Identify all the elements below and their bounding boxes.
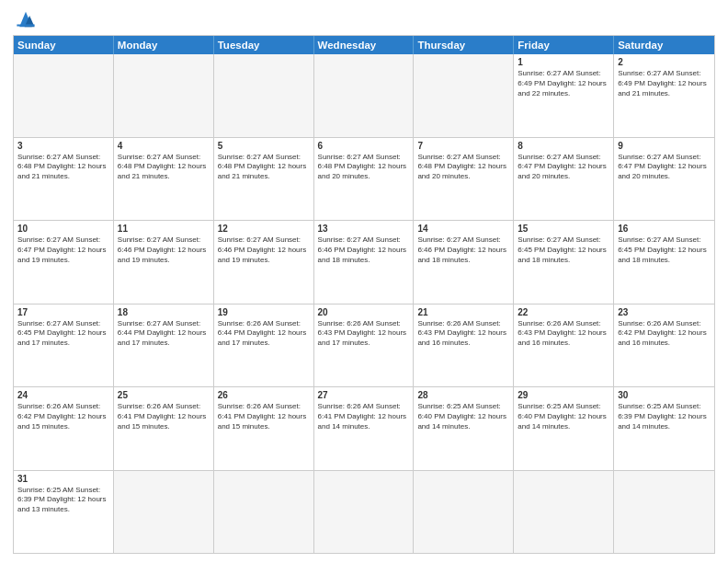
calendar-cell: 25Sunrise: 6:26 AM Sunset: 6:41 PM Dayli… bbox=[114, 387, 214, 470]
day-number: 6 bbox=[318, 141, 410, 151]
day-info: Sunrise: 6:27 AM Sunset: 6:49 PM Dayligh… bbox=[618, 69, 711, 98]
weekday-header-saturday: Saturday bbox=[614, 36, 714, 54]
page: SundayMondayTuesdayWednesdayThursdayFrid… bbox=[0, 0, 728, 563]
calendar-cell: 7Sunrise: 6:27 AM Sunset: 6:48 PM Daylig… bbox=[414, 138, 514, 221]
day-number: 17 bbox=[17, 307, 109, 317]
day-number: 12 bbox=[218, 224, 310, 234]
calendar-header: SundayMondayTuesdayWednesdayThursdayFrid… bbox=[14, 36, 714, 54]
calendar-cell: 1Sunrise: 6:27 AM Sunset: 6:49 PM Daylig… bbox=[514, 54, 614, 137]
calendar-cell: 26Sunrise: 6:26 AM Sunset: 6:41 PM Dayli… bbox=[214, 387, 314, 470]
day-number: 14 bbox=[417, 224, 509, 234]
calendar-row-4: 24Sunrise: 6:26 AM Sunset: 6:42 PM Dayli… bbox=[14, 386, 714, 470]
day-info: Sunrise: 6:27 AM Sunset: 6:46 PM Dayligh… bbox=[118, 236, 210, 265]
calendar-cell: 27Sunrise: 6:26 AM Sunset: 6:41 PM Dayli… bbox=[314, 387, 415, 470]
weekday-header-thursday: Thursday bbox=[414, 36, 514, 54]
day-number: 25 bbox=[118, 390, 210, 400]
day-number: 2 bbox=[618, 57, 711, 67]
day-info: Sunrise: 6:27 AM Sunset: 6:45 PM Dayligh… bbox=[17, 319, 109, 349]
calendar-row-0: 1Sunrise: 6:27 AM Sunset: 6:49 PM Daylig… bbox=[14, 54, 714, 137]
calendar-cell bbox=[14, 54, 114, 137]
day-info: Sunrise: 6:26 AM Sunset: 6:41 PM Dayligh… bbox=[118, 402, 210, 431]
day-number: 31 bbox=[17, 474, 109, 484]
calendar-cell: 8Sunrise: 6:27 AM Sunset: 6:47 PM Daylig… bbox=[514, 138, 614, 221]
calendar-cell bbox=[114, 471, 214, 554]
day-info: Sunrise: 6:26 AM Sunset: 6:43 PM Dayligh… bbox=[318, 319, 410, 349]
calendar-body: 1Sunrise: 6:27 AM Sunset: 6:49 PM Daylig… bbox=[14, 54, 714, 553]
calendar-cell bbox=[314, 471, 415, 554]
calendar-cell bbox=[214, 471, 314, 554]
day-info: Sunrise: 6:27 AM Sunset: 6:47 PM Dayligh… bbox=[17, 236, 109, 265]
calendar-row-3: 17Sunrise: 6:27 AM Sunset: 6:45 PM Dayli… bbox=[14, 304, 714, 387]
day-info: Sunrise: 6:25 AM Sunset: 6:40 PM Dayligh… bbox=[417, 402, 509, 431]
calendar-cell bbox=[414, 471, 514, 554]
day-info: Sunrise: 6:27 AM Sunset: 6:44 PM Dayligh… bbox=[118, 319, 210, 349]
calendar-cell: 9Sunrise: 6:27 AM Sunset: 6:47 PM Daylig… bbox=[614, 138, 714, 221]
day-number: 27 bbox=[318, 390, 410, 400]
calendar-cell bbox=[414, 54, 514, 137]
header bbox=[13, 9, 715, 29]
day-info: Sunrise: 6:27 AM Sunset: 6:48 PM Dayligh… bbox=[318, 153, 410, 182]
calendar-cell bbox=[214, 54, 314, 137]
day-number: 23 bbox=[618, 307, 711, 317]
day-number: 1 bbox=[518, 57, 609, 67]
calendar-cell bbox=[614, 471, 714, 554]
day-number: 22 bbox=[518, 307, 609, 317]
calendar-cell: 28Sunrise: 6:25 AM Sunset: 6:40 PM Dayli… bbox=[414, 387, 514, 470]
calendar-cell bbox=[514, 471, 614, 554]
logo bbox=[13, 9, 42, 29]
calendar-row-2: 10Sunrise: 6:27 AM Sunset: 6:47 PM Dayli… bbox=[14, 220, 714, 304]
svg-rect-2 bbox=[17, 25, 34, 27]
calendar-cell: 6Sunrise: 6:27 AM Sunset: 6:48 PM Daylig… bbox=[314, 138, 415, 221]
day-info: Sunrise: 6:27 AM Sunset: 6:45 PM Dayligh… bbox=[518, 236, 609, 265]
calendar-cell: 22Sunrise: 6:26 AM Sunset: 6:43 PM Dayli… bbox=[514, 304, 614, 387]
calendar-cell: 24Sunrise: 6:26 AM Sunset: 6:42 PM Dayli… bbox=[14, 387, 114, 470]
day-info: Sunrise: 6:26 AM Sunset: 6:43 PM Dayligh… bbox=[518, 319, 609, 349]
calendar-cell: 16Sunrise: 6:27 AM Sunset: 6:45 PM Dayli… bbox=[614, 221, 714, 304]
calendar-cell: 15Sunrise: 6:27 AM Sunset: 6:45 PM Dayli… bbox=[514, 221, 614, 304]
day-info: Sunrise: 6:27 AM Sunset: 6:46 PM Dayligh… bbox=[318, 236, 410, 265]
calendar-cell: 23Sunrise: 6:26 AM Sunset: 6:42 PM Dayli… bbox=[614, 304, 714, 387]
calendar-cell: 12Sunrise: 6:27 AM Sunset: 6:46 PM Dayli… bbox=[214, 221, 314, 304]
calendar-row-5: 31Sunrise: 6:25 AM Sunset: 6:39 PM Dayli… bbox=[14, 470, 714, 554]
day-number: 21 bbox=[417, 307, 509, 317]
calendar-cell: 5Sunrise: 6:27 AM Sunset: 6:48 PM Daylig… bbox=[214, 138, 314, 221]
calendar-cell: 29Sunrise: 6:25 AM Sunset: 6:40 PM Dayli… bbox=[514, 387, 614, 470]
day-number: 26 bbox=[218, 390, 310, 400]
day-number: 10 bbox=[17, 224, 109, 234]
calendar-cell: 18Sunrise: 6:27 AM Sunset: 6:44 PM Dayli… bbox=[114, 304, 214, 387]
weekday-header-monday: Monday bbox=[114, 36, 214, 54]
calendar-cell bbox=[314, 54, 415, 137]
calendar: SundayMondayTuesdayWednesdayThursdayFrid… bbox=[13, 35, 715, 554]
day-number: 19 bbox=[218, 307, 310, 317]
calendar-cell: 19Sunrise: 6:26 AM Sunset: 6:44 PM Dayli… bbox=[214, 304, 314, 387]
calendar-cell bbox=[114, 54, 214, 137]
day-number: 7 bbox=[417, 141, 509, 151]
calendar-cell: 17Sunrise: 6:27 AM Sunset: 6:45 PM Dayli… bbox=[14, 304, 114, 387]
day-info: Sunrise: 6:27 AM Sunset: 6:47 PM Dayligh… bbox=[518, 153, 609, 182]
day-info: Sunrise: 6:26 AM Sunset: 6:44 PM Dayligh… bbox=[218, 319, 310, 349]
day-info: Sunrise: 6:26 AM Sunset: 6:41 PM Dayligh… bbox=[318, 402, 410, 431]
day-info: Sunrise: 6:27 AM Sunset: 6:49 PM Dayligh… bbox=[518, 69, 609, 98]
day-number: 11 bbox=[118, 224, 210, 234]
day-number: 28 bbox=[417, 390, 509, 400]
day-number: 8 bbox=[518, 141, 609, 151]
calendar-cell: 20Sunrise: 6:26 AM Sunset: 6:43 PM Dayli… bbox=[314, 304, 415, 387]
day-info: Sunrise: 6:27 AM Sunset: 6:46 PM Dayligh… bbox=[417, 236, 509, 265]
day-info: Sunrise: 6:27 AM Sunset: 6:46 PM Dayligh… bbox=[218, 236, 310, 265]
day-number: 5 bbox=[218, 141, 310, 151]
day-number: 24 bbox=[17, 390, 109, 400]
day-info: Sunrise: 6:27 AM Sunset: 6:48 PM Dayligh… bbox=[17, 153, 109, 182]
calendar-cell: 2Sunrise: 6:27 AM Sunset: 6:49 PM Daylig… bbox=[614, 54, 714, 137]
day-info: Sunrise: 6:27 AM Sunset: 6:48 PM Dayligh… bbox=[218, 153, 310, 182]
day-number: 30 bbox=[618, 390, 711, 400]
day-number: 29 bbox=[518, 390, 609, 400]
calendar-cell: 14Sunrise: 6:27 AM Sunset: 6:46 PM Dayli… bbox=[414, 221, 514, 304]
calendar-cell: 11Sunrise: 6:27 AM Sunset: 6:46 PM Dayli… bbox=[114, 221, 214, 304]
calendar-cell: 21Sunrise: 6:26 AM Sunset: 6:43 PM Dayli… bbox=[414, 304, 514, 387]
day-info: Sunrise: 6:25 AM Sunset: 6:39 PM Dayligh… bbox=[17, 486, 109, 515]
calendar-cell: 10Sunrise: 6:27 AM Sunset: 6:47 PM Dayli… bbox=[14, 221, 114, 304]
calendar-row-1: 3Sunrise: 6:27 AM Sunset: 6:48 PM Daylig… bbox=[14, 137, 714, 221]
calendar-cell: 4Sunrise: 6:27 AM Sunset: 6:48 PM Daylig… bbox=[114, 138, 214, 221]
day-info: Sunrise: 6:26 AM Sunset: 6:43 PM Dayligh… bbox=[417, 319, 509, 349]
day-number: 9 bbox=[618, 141, 711, 151]
